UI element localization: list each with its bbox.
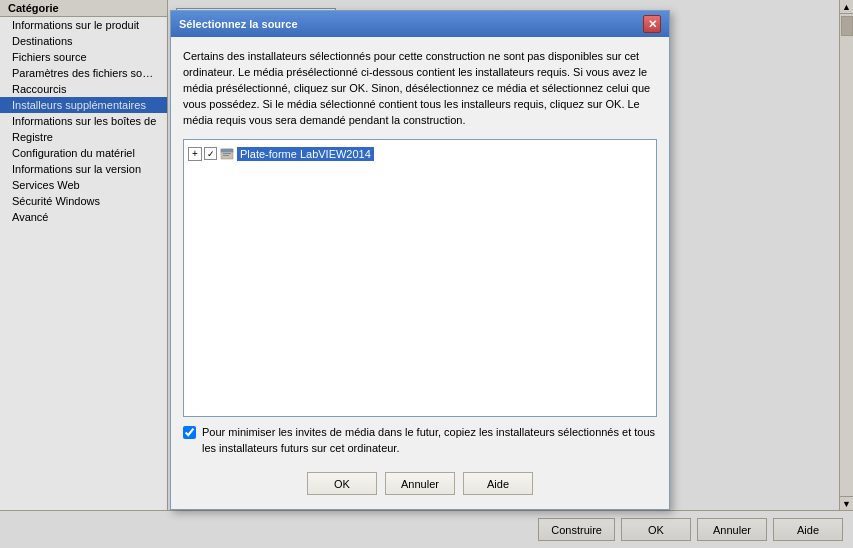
dialog-description: Certains des installateurs sélectionnés … bbox=[183, 49, 657, 129]
tree-item-labview[interactable]: + Plate-forme LabVIEW2014 bbox=[188, 144, 652, 164]
dialog-select-source: Sélectionnez la source ✕ Certains des in… bbox=[170, 10, 670, 510]
dialog-close-button[interactable]: ✕ bbox=[643, 15, 661, 33]
svg-rect-3 bbox=[223, 155, 229, 156]
dialog-tree-area[interactable]: + Plate-forme LabVIEW2014 bbox=[183, 139, 657, 418]
tree-checkbox-labview[interactable] bbox=[204, 147, 217, 160]
app-window: Catégorie Informations sur le produit De… bbox=[0, 0, 853, 548]
dialog-body: Certains des installateurs sélectionnés … bbox=[171, 37, 669, 509]
dialog-title: Sélectionnez la source bbox=[179, 18, 298, 30]
dialog-footer: OK Annuler Aide bbox=[183, 466, 657, 497]
svg-rect-2 bbox=[223, 153, 231, 154]
dialog-minimize-checkbox[interactable] bbox=[183, 426, 196, 439]
dialog-titlebar: Sélectionnez la source ✕ bbox=[171, 11, 669, 37]
dialog-checkbox-row: Pour minimiser les invites de média dans… bbox=[183, 425, 657, 456]
tree-item-label: Plate-forme LabVIEW2014 bbox=[237, 147, 374, 161]
dialog-help-button[interactable]: Aide bbox=[463, 472, 533, 495]
tree-item-icon bbox=[219, 146, 235, 162]
tree-expand-icon[interactable]: + bbox=[188, 147, 202, 161]
dialog-cancel-button[interactable]: Annuler bbox=[385, 472, 455, 495]
dialog-ok-button[interactable]: OK bbox=[307, 472, 377, 495]
svg-rect-1 bbox=[221, 149, 233, 152]
dialog-checkbox-label: Pour minimiser les invites de média dans… bbox=[202, 425, 657, 456]
